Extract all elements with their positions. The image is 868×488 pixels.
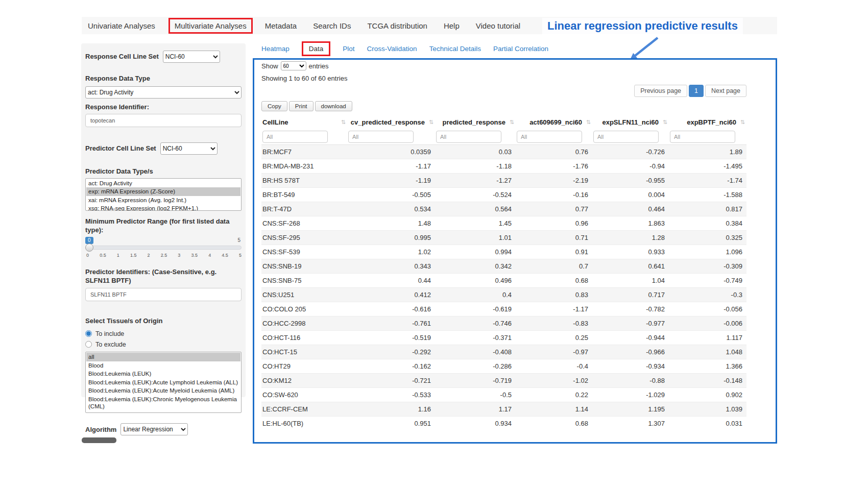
cell-act609699-nci60: 0.7 [516,259,592,273]
filter-input-expbptf-nci60[interactable] [670,131,735,143]
nav-item-help[interactable]: Help [444,21,460,30]
tissue-option-all[interactable]: all [86,353,240,361]
sort-icon[interactable]: ⇅ [429,119,433,126]
column-header-predicted-response[interactable]: predicted_response⇅ [435,115,516,129]
cell-cellline: BR:HS 578T [261,173,347,187]
nav-item-metadata[interactable]: Metadata [265,21,297,30]
filter-input-expslfn11-nci60[interactable] [593,131,659,143]
algorithm-label: Algorithm [85,425,116,434]
slider-tick: 3.5 [191,253,198,258]
next-page-button[interactable]: Next page [705,85,746,97]
show-entries: Show 60 entries [261,61,746,71]
column-header-cv-predicted-response[interactable]: cv_predicted_response⇅ [347,115,435,129]
tissue-option-blood-leukemia-leuk[interactable]: Blood:Leukemia (LEUK) [86,370,240,378]
tissue-option-blood-leukemia-leuk-chronic-myelogenous-leukemia-cml[interactable]: Blood:Leukemia (LEUK):Chronic Myelogenou… [86,395,240,411]
tab-heatmap[interactable]: Heatmap [261,45,290,53]
print-button[interactable]: Print [289,101,314,111]
sort-icon[interactable]: ⇅ [586,119,591,126]
table-head: CellLine⇅cv_predicted_response⇅predicted… [261,115,746,144]
column-header-cellline[interactable]: CellLine⇅ [261,115,347,129]
tissue-option-blood-leukemia-leuk-acute-myeloid-leukemia-aml[interactable]: Blood:Leukemia (LEUK):Acute Myeloid Leuk… [86,386,240,395]
predictor-cell-line-set-select[interactable]: NCI-60 [160,142,218,155]
column-header-expbptf-nci60[interactable]: expBPTF_nci60⇅ [669,115,746,129]
cell-predicted-response: 0.496 [435,273,516,287]
previous-page-button[interactable]: Previous page [634,85,687,97]
cell-act609699-nci60: -1.17 [516,302,592,316]
radio-circle-to-include[interactable] [85,330,92,337]
slider-value-badge: 0 [85,237,93,244]
nav-item-univariate-analyses[interactable]: Univariate Analyses [88,21,155,30]
cell-expbptf-nci60: 1.096 [669,245,746,259]
cell-act609699-nci60: 0.83 [516,287,592,302]
min-range-slider[interactable]: 0 5 00.511.522.533.544.55 [85,237,242,260]
radio-circle-to-exclude[interactable] [85,341,92,348]
response-data-type-select[interactable]: act: Drug Activity [85,86,242,99]
data-type-option-xai-mrna-expression-avg-log2-int[interactable]: xai: mRNA Expression (Avg. log2 Int.) [86,196,240,204]
results-table: CellLine⇅cv_predicted_response⇅predicted… [261,115,746,430]
tab-plot[interactable]: Plot [343,45,354,53]
cell-expslfn11-nci60: 0.717 [592,287,669,302]
filter-input-cv-predicted-response[interactable] [348,131,414,143]
filter-input-act609699-nci60[interactable] [517,131,582,143]
table-row: CNS:SF-2681.481.450.961.8630.384 [261,216,746,230]
tab-partial-correlation[interactable]: Partial Correlation [493,45,548,53]
download-button[interactable]: download [315,101,352,111]
pagination: Previous page 1 Next page [261,85,746,97]
sort-icon[interactable]: ⇅ [663,119,667,126]
column-header-expslfn11-nci60[interactable]: expSLFN11_nci60⇅ [592,115,669,129]
cell-act609699-nci60: 0.91 [516,245,592,259]
table-filter-row [261,129,746,144]
slider-tick: 1.5 [130,253,137,258]
nav-item-multivariate-analyses[interactable]: Multivariate Analyses [168,18,253,34]
nav-item-video-tutorial[interactable]: Video tutorial [476,21,520,30]
response-identifier-input[interactable] [85,114,242,127]
data-type-option-exp-mrna-expression-z-score[interactable]: exp: mRNA Expression (Z-Score) [86,187,240,196]
tab-cross-validation[interactable]: Cross-Validation [367,45,417,53]
radio-to-exclude[interactable]: To exclude [85,339,242,350]
tissue-option-blood[interactable]: Blood [86,361,240,370]
page: Univariate AnalysesMultivariate Analyses… [0,0,868,488]
cell-expslfn11-nci60: 0.004 [592,187,669,202]
radio-to-include[interactable]: To include [85,328,242,339]
tab-data[interactable]: Data [302,41,331,56]
copy-button[interactable]: Copy [261,101,287,111]
slider-track[interactable] [85,246,242,250]
tissue-option-blood-leukemia-leuk-acute-lymphoid-leukemia-all[interactable]: Blood:Leukemia (LEUK):Acute Lymphoid Leu… [86,378,240,386]
cell-cv-predicted-response: 1.16 [347,402,435,416]
slider-tick: 1 [117,253,119,258]
cell-cellline: CO:HCT-116 [261,330,347,345]
cell-act609699-nci60: -0.97 [516,345,592,359]
table-row: LE:HL-60(TB)0.9510.9340.681.3070.031 [261,416,746,430]
cell-expbptf-nci60: 1.366 [669,359,746,373]
export-buttons: CopyPrintdownload [261,101,746,111]
current-page-button[interactable]: 1 [689,85,704,97]
tab-technical-details[interactable]: Technical Details [429,45,481,53]
cell-expslfn11-nci60: 0.464 [592,202,669,216]
cell-cv-predicted-response: -0.616 [347,302,435,316]
cell-expslfn11-nci60: -0.944 [592,330,669,345]
entries-select[interactable]: 60 [281,61,306,70]
cell-cv-predicted-response: 0.44 [347,273,435,287]
cell-cv-predicted-response: -0.761 [347,316,435,330]
sort-icon[interactable]: ⇅ [510,119,514,126]
cell-cellline: CNS:SF-295 [261,230,347,245]
algorithm-select[interactable]: Linear Regression [120,423,188,435]
cell-predicted-response: 0.342 [435,259,516,273]
filter-input-cellline[interactable] [262,131,328,143]
data-type-option-act-drug-activity[interactable]: act: Drug Activity [86,179,240,187]
filter-input-predicted-response[interactable] [436,131,501,143]
sort-icon[interactable]: ⇅ [740,119,745,126]
data-type-option-xsq-rna-seq-expression-log2-fpkm-1[interactable]: xsq: RNA-seq Expression (log2 FPKM+1.) [86,204,240,211]
predictor-identifiers-input[interactable] [85,288,242,301]
table-row: CNS:U2510.4120.40.830.717-0.3 [261,287,746,302]
slider-handle[interactable] [85,243,93,252]
cell-cv-predicted-response: -1.17 [347,159,435,173]
nav-item-search-ids[interactable]: Search IDs [313,21,351,30]
column-header-act609699-nci60[interactable]: act609699_nci60⇅ [516,115,592,129]
sort-icon[interactable]: ⇅ [341,119,346,126]
table-row: LE:CCRF-CEM1.161.171.141.1951.039 [261,402,746,416]
slider-tick: 5 [239,253,242,258]
cell-expbptf-nci60: 1.039 [669,402,746,416]
response-cell-line-set-select[interactable]: NCI-60 [163,51,220,63]
nav-item-tcga-distribution[interactable]: TCGA distribution [367,21,427,30]
